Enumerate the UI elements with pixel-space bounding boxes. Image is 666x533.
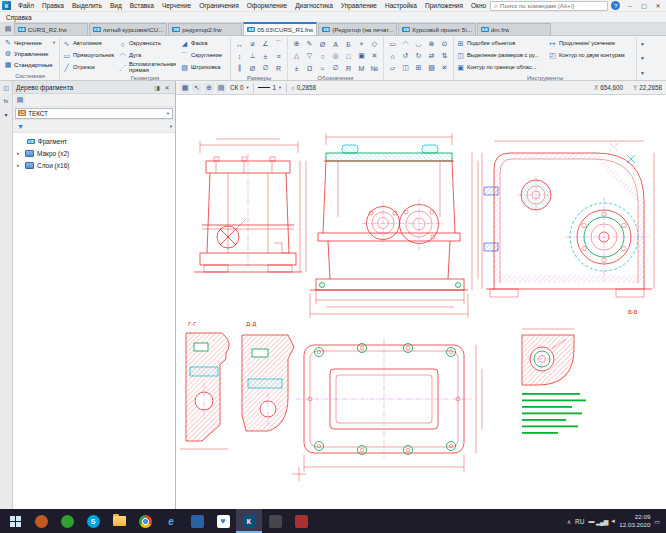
menu-item[interactable]: Файл: [14, 1, 38, 10]
tool-icon[interactable]: ↻: [412, 50, 425, 62]
tool-icon[interactable]: R: [272, 62, 285, 74]
network-icon[interactable]: ▂▄▆: [596, 518, 608, 525]
help-icon[interactable]: ?: [611, 1, 620, 10]
menu-item[interactable]: Окно: [467, 1, 490, 10]
ribbon-set-button[interactable]: ▦Стандартные: [3, 59, 57, 70]
expand-icon[interactable]: ▸: [17, 150, 22, 156]
tool-icon[interactable]: ⊗: [425, 38, 438, 50]
tool-icon[interactable]: №: [368, 62, 381, 74]
taskbar-start-button[interactable]: [2, 509, 28, 533]
ribbon-tool[interactable]: ▭Прямоугольник: [62, 50, 118, 62]
tool-icon[interactable]: Ω: [303, 62, 316, 74]
text-style-combo[interactable]: 15 ТЕКСТ ▼: [15, 108, 173, 119]
tree-item[interactable]: ▸Макро (x2): [13, 147, 175, 159]
expand-icon[interactable]: ▸: [17, 162, 22, 168]
tool-icon[interactable]: ⇅: [438, 50, 451, 62]
taskbar-app-orange[interactable]: [28, 509, 54, 533]
tool-icon[interactable]: ∠: [259, 38, 272, 50]
tool-icon[interactable]: ▨: [425, 62, 438, 74]
tool-icon[interactable]: ±: [290, 62, 303, 74]
tool-icon[interactable]: M: [355, 62, 368, 74]
tool-icon[interactable]: ▣: [355, 50, 368, 62]
tool-icon[interactable]: ↔: [233, 38, 246, 50]
tool-icon[interactable]: A: [329, 38, 342, 50]
tool-icon[interactable]: Б: [342, 38, 355, 50]
taskbar-chrome[interactable]: [132, 509, 158, 533]
tool-icon[interactable]: ◠: [399, 38, 412, 50]
tool-icon[interactable]: ◡: [412, 38, 425, 50]
taskbar-skype[interactable]: S: [80, 509, 106, 533]
document-tab[interactable]: КФ05.03\CURS_R1.frw: [243, 22, 317, 35]
tool-icon[interactable]: ⌖: [355, 38, 368, 50]
document-tab[interactable]: КФлитый курсовик\CU...: [89, 23, 167, 35]
statusbar-icon[interactable]: ▤: [216, 83, 226, 93]
zoom-control[interactable]: ⌕ 0,2858: [291, 84, 316, 91]
clock[interactable]: 22:09 12.03.2020: [619, 513, 650, 529]
ribbon-tool[interactable]: ⋰Вспомогательная прямая: [118, 62, 180, 74]
taskbar-app-red[interactable]: [288, 509, 314, 533]
ribbon-tool[interactable]: ◫Выделение размеров с ру...: [456, 50, 548, 62]
tool-icon[interactable]: ✕: [438, 62, 451, 74]
tool-icon[interactable]: ≈: [316, 62, 329, 74]
line-style-select[interactable]: 1▼: [258, 84, 281, 91]
side-tab-icon[interactable]: ◫: [3, 84, 9, 91]
tool-icon[interactable]: ↺: [399, 50, 412, 62]
ribbon-tool[interactable]: ▨Штриховка: [180, 62, 228, 74]
tool-icon[interactable]: ↕: [233, 50, 246, 62]
menu-item[interactable]: Ограничения: [195, 1, 243, 10]
tool-icon[interactable]: ▭: [386, 38, 399, 50]
document-tab[interactable]: КФCURS_R2.frw: [14, 23, 88, 35]
menu-item[interactable]: Диагностика: [291, 1, 337, 10]
maximize-button[interactable]: ▢: [637, 0, 651, 11]
ribbon-overflow[interactable]: ▼▼▼: [637, 37, 648, 80]
tool-icon[interactable]: ⌀: [246, 38, 259, 50]
tool-icon[interactable]: ∅: [259, 62, 272, 74]
menu-item[interactable]: Оформление: [243, 1, 291, 10]
ribbon-tool[interactable]: ◢Фаска: [180, 38, 228, 50]
document-tab[interactable]: КФdm.frw: [477, 23, 551, 35]
ribbon-tool[interactable]: ⊞Подобие объектов: [456, 38, 548, 50]
menu-item[interactable]: Правка: [38, 1, 68, 10]
tool-icon[interactable]: ±: [259, 50, 272, 62]
ribbon-tool[interactable]: ∿Автолиния: [62, 38, 118, 50]
tool-icon[interactable]: ⌂: [386, 50, 399, 62]
coordinate-system-select[interactable]: СК 0▼: [230, 84, 249, 91]
ribbon-tool[interactable]: ↦Продление/ усечение: [548, 38, 634, 50]
volume-icon[interactable]: ◄: [610, 518, 615, 525]
panel-dock-icon[interactable]: ◨: [152, 84, 162, 91]
tab-home-icon[interactable]: ▤: [2, 23, 14, 35]
action-center-icon[interactable]: ▭: [654, 518, 660, 525]
taskbar-file-explorer[interactable]: [106, 509, 132, 533]
tree-root[interactable]: КФ Фрагмент: [13, 135, 175, 147]
menu-item[interactable]: Черчение: [158, 1, 195, 10]
tool-icon[interactable]: ▽: [303, 50, 316, 62]
statusbar-icon[interactable]: ⊕: [204, 83, 214, 93]
tool-icon[interactable]: ∅: [329, 62, 342, 74]
tool-icon[interactable]: ▱: [386, 62, 399, 74]
tool-icon[interactable]: R: [342, 62, 355, 74]
ribbon-tool[interactable]: ⌒Скругление: [180, 50, 228, 62]
tool-icon[interactable]: ✎: [303, 38, 316, 50]
menu-item[interactable]: Выделить: [68, 1, 106, 10]
document-tab[interactable]: КФ(Редуктор (на печат...: [318, 23, 397, 35]
tool-icon[interactable]: ◎: [329, 50, 342, 62]
language-indicator[interactable]: RU: [575, 518, 584, 525]
tree-item[interactable]: ▸Слои (x16): [13, 159, 175, 171]
taskbar-app-green[interactable]: [54, 509, 80, 533]
tool-icon[interactable]: ⇄: [425, 50, 438, 62]
tool-icon[interactable]: △: [290, 50, 303, 62]
taskbar-app-blue[interactable]: [184, 509, 210, 533]
taskbar-app-dark[interactable]: [262, 509, 288, 533]
tool-icon[interactable]: ⊙: [438, 38, 451, 50]
side-tab-icon[interactable]: ▾: [4, 111, 7, 118]
statusbar-icon[interactable]: ▦: [180, 83, 190, 93]
taskbar-edge[interactable]: e: [158, 509, 184, 533]
tool-icon[interactable]: ⌒: [272, 38, 285, 50]
tool-icon[interactable]: ≡: [272, 50, 285, 62]
tool-icon[interactable]: ⊥: [246, 50, 259, 62]
panel-close-icon[interactable]: ✕: [162, 84, 172, 91]
document-tab[interactable]: КФредуктор2.frw: [168, 23, 242, 35]
tool-icon[interactable]: ∥: [233, 62, 246, 74]
tool-icon[interactable]: ◇: [368, 38, 381, 50]
document-tab[interactable]: КФКурсовой проект 5\...: [398, 23, 476, 35]
